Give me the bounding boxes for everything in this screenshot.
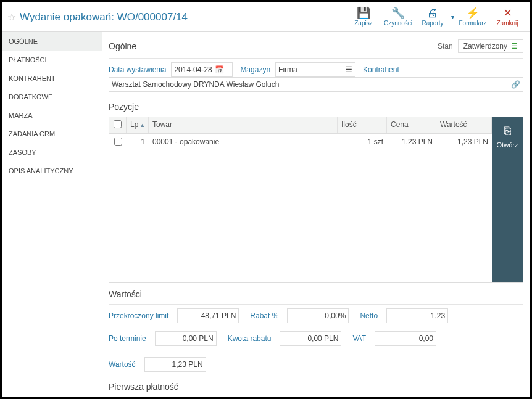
form-button[interactable]: ⚡ Formularz xyxy=(455,2,490,32)
cell-lp: 1 xyxy=(127,136,149,149)
printer-icon: 🖨 xyxy=(427,7,438,19)
sidebar-item-ogolne[interactable]: OGÓLNE xyxy=(2,32,102,51)
items-table: Lp▲ Towar Ilość Cena Wartość 1 00001 - o… xyxy=(109,117,492,282)
sidebar-item-dodatkowe[interactable]: DODATKOWE xyxy=(2,88,102,106)
close-icon: ✕ xyxy=(503,7,512,19)
sidebar-item-opis-analityczny[interactable]: OPIS ANALITYCZNY xyxy=(2,162,102,180)
stan-label: Stan xyxy=(438,42,453,51)
field-vat[interactable]: 0,00 xyxy=(375,331,436,346)
field-rabat-pct[interactable]: 0,00% xyxy=(287,308,349,323)
label-kontrahent: Kontrahent xyxy=(363,65,404,74)
field-data-wystawienia[interactable]: 2014-04-28 📅 xyxy=(171,62,233,77)
close-button[interactable]: ✕ Zamknij xyxy=(490,2,525,32)
open-item-button[interactable]: ⎘ Otwórz xyxy=(492,117,523,282)
page-title: Wydanie opakowań: WO/000007/14 xyxy=(20,11,346,23)
col-cena[interactable]: Cena xyxy=(387,117,436,133)
cell-towar: 00001 - opakowanie xyxy=(149,136,338,149)
link-icon: 🔗 xyxy=(511,80,520,89)
list-icon: ☰ xyxy=(346,65,352,74)
field-wartosc-total[interactable]: 1,23 PLN xyxy=(144,357,206,372)
value-data-wystawienia: 2014-04-28 xyxy=(174,65,212,74)
sidebar-item-platnosci[interactable]: PŁATNOŚCI xyxy=(2,51,102,69)
actions-label: Czynności xyxy=(384,20,412,27)
reports-dropdown-toggle[interactable]: ▾ xyxy=(450,2,455,32)
save-icon: 💾 xyxy=(357,7,370,19)
label-przekroczony-limit: Przekroczony limit xyxy=(109,311,173,320)
select-all-checkbox[interactable] xyxy=(114,120,122,128)
col-ilosc[interactable]: Ilość xyxy=(338,117,387,133)
sidebar-item-zadania-crm[interactable]: ZADANIA CRM xyxy=(2,125,102,143)
section-title-pozycje: Pozycje xyxy=(109,102,139,112)
label-kwota-rabatu: Kwota rabatu xyxy=(228,334,276,343)
save-label: Zapisz xyxy=(354,20,372,27)
label-wartosc-total: Wartość xyxy=(109,360,141,369)
col-towar[interactable]: Towar xyxy=(149,117,338,133)
label-netto: Netto xyxy=(360,311,383,320)
label-magazyn: Magazyn xyxy=(240,65,275,74)
field-netto[interactable]: 1,23 xyxy=(386,308,448,323)
sidebar-item-marza[interactable]: MARŻA xyxy=(2,106,102,125)
section-title-platnosc: Pierwsza płatność xyxy=(109,382,178,392)
value-magazyn: Firma xyxy=(278,65,346,74)
reports-button[interactable]: 🖨 Raporty xyxy=(415,2,450,32)
calendar-icon: 📅 xyxy=(215,65,224,74)
list-icon: ☰ xyxy=(511,42,518,51)
actions-button[interactable]: 🔧 Czynności xyxy=(381,2,415,32)
wrench-icon: 🔧 xyxy=(391,7,405,19)
sort-asc-icon: ▲ xyxy=(139,122,145,128)
close-label: Zamknij xyxy=(496,20,518,27)
favorite-star-icon[interactable]: ☆ xyxy=(7,11,16,23)
open-icon: ⎘ xyxy=(504,125,511,138)
field-po-terminie[interactable]: 0,00 PLN xyxy=(155,331,217,346)
cell-wartosc: 1,23 PLN xyxy=(436,136,492,149)
stan-value-field[interactable]: Zatwierdzony ☰ xyxy=(458,39,523,53)
form-label: Formularz xyxy=(459,20,486,27)
col-lp[interactable]: Lp▲ xyxy=(127,117,149,133)
field-magazyn[interactable]: Firma ☰ xyxy=(275,62,355,77)
table-row[interactable]: 1 00001 - opakowanie 1 szt 1,23 PLN 1,23… xyxy=(109,134,492,151)
label-data-wystawienia: Data wystawienia xyxy=(109,65,171,74)
label-rabat-pct: Rabat % xyxy=(250,311,283,320)
open-label: Otwórz xyxy=(497,141,518,149)
sidebar-item-zasoby[interactable]: ZASOBY xyxy=(2,143,102,162)
section-title-ogolne: Ogólne xyxy=(109,41,136,51)
row-checkbox[interactable] xyxy=(114,138,122,146)
label-po-terminie: Po terminie xyxy=(109,334,151,343)
reports-label: Raporty xyxy=(422,20,443,27)
field-kontrahent[interactable]: Warsztat Samochodowy DRYNDA Wiesław Golu… xyxy=(109,77,523,92)
sidebar: OGÓLNE PŁATNOŚCI KONTRAHENT DODATKOWE MA… xyxy=(2,32,102,397)
cell-cena: 1,23 PLN xyxy=(387,136,436,149)
field-kwota-rabatu[interactable]: 0,00 PLN xyxy=(280,331,341,346)
save-button[interactable]: 💾 Zapisz xyxy=(346,2,381,32)
field-przekroczony-limit[interactable]: 48,71 PLN xyxy=(177,308,239,323)
section-title-wartosci: Wartości xyxy=(109,289,142,299)
col-checkbox[interactable] xyxy=(109,117,127,133)
cell-ilosc: 1 szt xyxy=(338,136,387,149)
label-vat: VAT xyxy=(352,334,371,343)
lightning-icon: ⚡ xyxy=(466,7,480,19)
sidebar-item-kontrahent[interactable]: KONTRAHENT xyxy=(2,69,102,88)
value-kontrahent: Warsztat Samochodowy DRYNDA Wiesław Golu… xyxy=(112,80,509,89)
col-wartosc[interactable]: Wartość xyxy=(436,117,492,133)
stan-value: Zatwierdzony xyxy=(463,42,507,51)
toolbar: 💾 Zapisz 🔧 Czynności 🖨 Raporty ▾ ⚡ Formu… xyxy=(346,2,525,32)
